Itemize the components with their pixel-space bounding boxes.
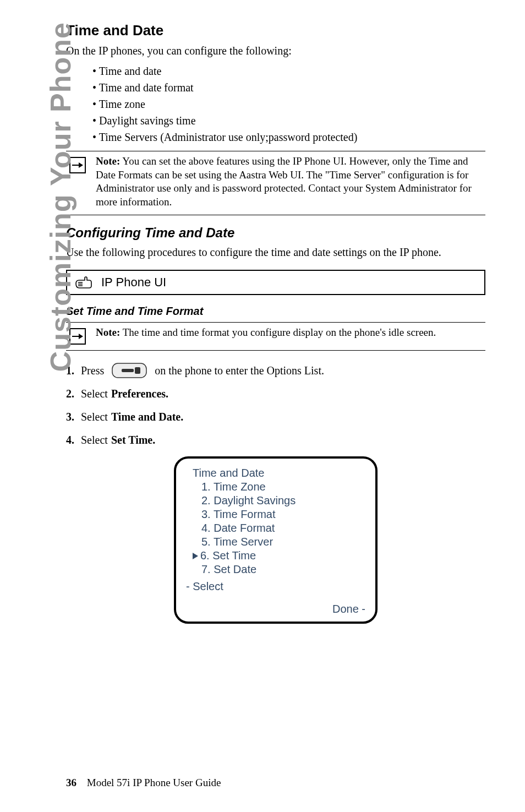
step-item: 3. Select Time and Date.	[66, 407, 485, 427]
step-item: 2. Select Preferences.	[66, 384, 485, 404]
page-number: 36	[66, 777, 76, 788]
list-item: Time and date format	[92, 79, 485, 96]
footer-title: Model 57i IP Phone User Guide	[87, 777, 221, 788]
step-bold: Set Time.	[111, 430, 155, 450]
note-block: Note: You can set the above features usi…	[66, 151, 485, 215]
note-body: You can set the above features using the…	[96, 155, 472, 208]
procedure-steps: 1. Press on the phone to enter the Optio…	[66, 361, 485, 450]
screen-title: Time and Date	[193, 466, 365, 480]
list-item: Time zone	[92, 96, 485, 112]
menu-item: 1. Time Zone	[201, 480, 365, 494]
step-text: Press	[81, 361, 104, 380]
list-item: Time Servers (Administrator use only;pas…	[92, 129, 485, 145]
options-key-icon	[112, 363, 147, 378]
softkey-done: Done -	[186, 602, 365, 616]
menu-item: 3. Time Format	[201, 508, 365, 521]
section-intro: On the IP phones, you can configure the …	[66, 43, 485, 58]
subsubsection-title: Set Time and Time Format	[66, 305, 485, 318]
note-body: The time and time format you configure d…	[123, 326, 436, 338]
menu-item: 2. Daylight Savings	[201, 494, 365, 508]
step-text: Select	[81, 407, 108, 427]
menu-item: 7. Set Date	[201, 563, 365, 576]
phone-screen-illustration: Time and Date 1. Time Zone 2. Daylight S…	[174, 456, 378, 624]
step-text: on the phone to enter the Options List.	[155, 361, 324, 380]
note-block: Note: The time and time format you confi…	[66, 322, 485, 351]
note-text: Note: The time and time format you confi…	[96, 326, 436, 340]
callout-label: IP Phone UI	[101, 275, 166, 290]
step-text: Select	[81, 384, 108, 404]
menu-item: 5. Time Server	[201, 535, 365, 549]
note-label: Note:	[96, 155, 120, 167]
step-item: 4. Select Set Time.	[66, 430, 485, 450]
sidebar-running-head: Customizing Your Phone	[44, 22, 77, 396]
screen-menu: 1. Time Zone 2. Daylight Savings 3. Time…	[201, 480, 365, 576]
step-bold: Preferences.	[111, 384, 168, 404]
page-footer: 36 Model 57i IP Phone User Guide	[66, 777, 221, 789]
svg-rect-2	[135, 367, 140, 374]
subsection-title: Configuring Time and Date	[66, 225, 485, 241]
menu-item-selected: 6. Set Time	[201, 549, 365, 563]
feature-list: Time and date Time and date format Time …	[92, 63, 485, 145]
step-number: 4.	[66, 430, 74, 450]
step-number: 3.	[66, 407, 74, 427]
step-text: Select	[81, 430, 108, 450]
menu-item: 4. Date Format	[201, 521, 365, 535]
note-text: Note: You can set the above features usi…	[96, 155, 485, 209]
section-title: Time and Date	[66, 22, 485, 39]
note-label: Note:	[96, 326, 120, 338]
svg-rect-1	[122, 369, 134, 372]
list-item: Daylight savings time	[92, 112, 485, 129]
step-item: 1. Press on the phone to enter the Optio…	[66, 361, 485, 380]
cursor-triangle-icon	[193, 549, 200, 563]
softkey-select: - Select	[186, 580, 365, 593]
hand-pointing-icon	[75, 276, 95, 289]
ip-phone-ui-callout: IP Phone UI	[66, 270, 485, 295]
step-bold: Time and Date.	[111, 407, 183, 427]
subsection-body: Use the following procedures to configur…	[66, 245, 485, 260]
list-item: Time and date	[92, 63, 485, 79]
